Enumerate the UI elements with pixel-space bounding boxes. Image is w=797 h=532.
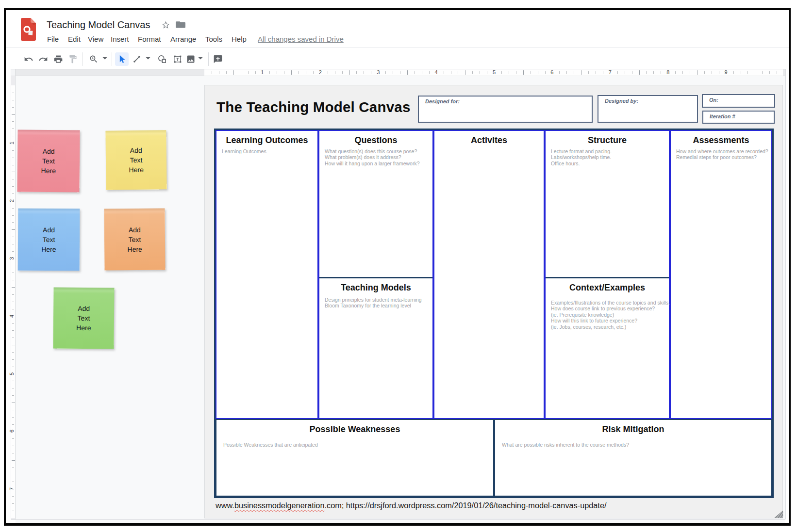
menu-insert[interactable]: Insert [111, 34, 129, 45]
text-box-tool-button[interactable] [172, 53, 183, 65]
ruler-tick [299, 71, 299, 74]
on-field[interactable]: On: [702, 94, 775, 108]
menu-tools[interactable]: Tools [205, 34, 222, 45]
ruler-tick [422, 71, 422, 74]
ruler-number: 7 [9, 487, 15, 490]
drawing-page[interactable]: The Teaching Model Canvas Designed for: … [205, 85, 782, 518]
cell-title: Learning Outcomes [216, 135, 317, 145]
note-fold-shading [105, 130, 166, 136]
scrollbar-track-horizontal[interactable] [11, 519, 785, 520]
ruler-tick [451, 71, 451, 74]
ruler-corner [11, 69, 16, 76]
ruler-tick [480, 71, 480, 74]
cell-activites[interactable]: Activites [433, 130, 545, 419]
note-fold-shading [17, 129, 80, 136]
ruler-tick [313, 71, 314, 74]
cell-context-examples[interactable]: Context/Examples Examples/Illustrations … [546, 278, 669, 418]
scrollbar-track-vertical[interactable] [785, 69, 786, 519]
ruler-tick [12, 302, 14, 302]
print-button[interactable] [52, 53, 64, 65]
cell-title: Structure [546, 135, 669, 145]
sticky-note-orange[interactable]: Add Text Here [104, 208, 165, 270]
star-icon[interactable] [161, 20, 170, 30]
ruler-tick [559, 71, 560, 74]
iteration-field[interactable]: Iteration # [702, 111, 775, 124]
zoom-dropdown-arrow[interactable] [102, 57, 107, 62]
save-status-link[interactable]: All changes saved in Drive [258, 34, 344, 44]
select-tool-button[interactable] [116, 53, 128, 65]
insert-comment-button[interactable] [212, 53, 224, 65]
cell-hints: Design principles for student meta-learn… [325, 297, 430, 309]
move-folder-icon[interactable] [176, 21, 185, 30]
ruler-tick [349, 70, 350, 75]
ruler-tick [241, 71, 241, 74]
ruler-tick [248, 71, 249, 74]
document-title[interactable]: Teaching Model Canvas [47, 19, 150, 31]
ruler-tick [12, 114, 15, 115]
iteration-label: Iteration # [710, 113, 735, 119]
note-text: Add Text Here [71, 304, 97, 333]
ruler-number: 1 [9, 142, 15, 145]
ruler-tick [407, 70, 408, 75]
sticky-note-red[interactable]: Add Text Here [17, 129, 80, 192]
cell-title: Possible Weaknesses [216, 424, 493, 435]
cell-assessments[interactable]: Assessments How and where outcomes are r… [670, 130, 772, 419]
ruler-tick [12, 229, 15, 230]
ruler-tick [12, 280, 14, 280]
ruler-tick [682, 71, 683, 74]
ruler-tick [12, 511, 14, 511]
ruler-tick [12, 338, 14, 338]
page-resize-grip[interactable] [773, 510, 783, 518]
ruler-tick [12, 417, 14, 418]
ruler-tick [574, 71, 574, 74]
line-tool-button[interactable] [131, 53, 143, 65]
zoom-button[interactable] [88, 53, 100, 65]
ruler-tick [12, 165, 14, 165]
sticky-note-blue[interactable]: Add Text Here [18, 209, 80, 271]
cell-hint-text: Design principles for student meta-learn… [325, 297, 430, 303]
ruler-number: 3 [9, 257, 15, 260]
cell-title: Context/Examples [546, 282, 669, 293]
menu-file[interactable]: File [47, 34, 59, 45]
menu-arrange[interactable]: Arrange [170, 34, 196, 45]
ruler-tick [219, 71, 219, 74]
ruler-tick [12, 186, 14, 187]
ruler-tick [12, 475, 14, 475]
ruler-tick [393, 71, 393, 74]
designed-for-field[interactable]: Designed for: [418, 96, 593, 123]
cell-teaching-models[interactable]: Teaching Models Design principles for st… [319, 278, 432, 418]
menu-view[interactable]: View [88, 34, 103, 45]
ruler-number: 8 [666, 69, 669, 76]
menu-format[interactable]: Format [138, 34, 161, 45]
image-dropdown-arrow[interactable] [198, 57, 203, 62]
paint-format-button[interactable] [67, 53, 79, 65]
ruler-tick [12, 172, 15, 172]
ruler-tick [12, 208, 14, 209]
canvas-table: Learning Outcomes Learning Outcomes Ques… [214, 129, 774, 498]
menu-edit[interactable]: Edit [68, 34, 81, 45]
image-tool-button[interactable] [185, 53, 197, 65]
note-text: Add Text Here [36, 225, 61, 254]
sticky-note-green[interactable]: Add Text Here [53, 287, 114, 349]
cell-hint-text: What problem(s) does it address? [325, 154, 430, 160]
ruler-tick [12, 287, 15, 288]
cell-risk-mitigation[interactable]: Risk Mitigation What are possible risks … [494, 419, 772, 497]
line-dropdown-arrow[interactable] [146, 57, 150, 62]
menu-help[interactable]: Help [232, 34, 247, 45]
cell-learning-outcomes[interactable]: Learning Outcomes Learning Outcomes [216, 130, 318, 419]
designed-by-field[interactable]: Designed by: [598, 95, 698, 123]
ruler-number: 5 [9, 372, 15, 375]
redo-button[interactable] [37, 53, 49, 65]
ruler-tick [12, 503, 14, 504]
cell-possible-weaknesses[interactable]: Possible Weaknesses Possible Weaknesses … [216, 419, 494, 497]
ruler-tick [255, 71, 256, 74]
sticky-note-yellow[interactable]: Add Text Here [105, 130, 166, 190]
cell-questions[interactable]: Questions What question(s) does this cou… [319, 131, 432, 277]
ruler-tick [12, 179, 14, 179]
ruler-tick [12, 381, 14, 381]
cell-structure[interactable]: Structure Lecture format and pacing.Labs… [546, 131, 669, 277]
designed-by-label: Designed by: [605, 98, 638, 104]
shape-tool-button[interactable] [156, 53, 168, 65]
undo-button[interactable] [23, 53, 34, 65]
ruler-tick [385, 71, 386, 74]
